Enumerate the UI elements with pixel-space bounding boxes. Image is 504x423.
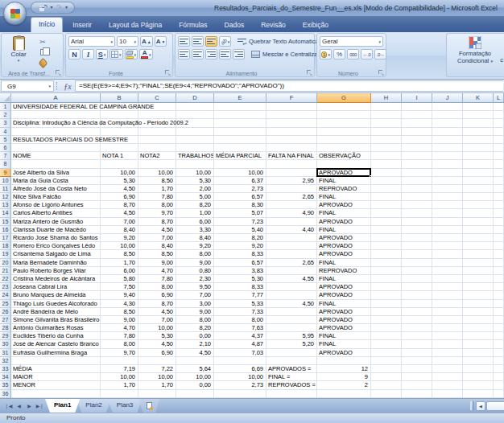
cell-A29[interactable]: Euclides Tibério da Cunha bbox=[11, 332, 101, 340]
cell-K18[interactable] bbox=[463, 242, 494, 250]
cell-D12[interactable]: 5,00 bbox=[176, 193, 214, 201]
cell-L22[interactable] bbox=[494, 275, 504, 283]
cell-A20[interactable]: Maria Bernadete Daminhão bbox=[11, 259, 101, 267]
cell-H6[interactable] bbox=[371, 144, 402, 152]
accounting-dropdown-icon[interactable]: ▾ bbox=[328, 52, 330, 57]
cell-D21[interactable]: 0,80 bbox=[176, 267, 214, 275]
cell-G5[interactable] bbox=[317, 136, 371, 144]
cell-B17[interactable]: 9,20 bbox=[101, 234, 138, 242]
cell-A26[interactable]: André Bandeira de Melo bbox=[11, 308, 101, 316]
row-header-9[interactable]: 9 bbox=[0, 169, 11, 177]
cell-B30[interactable]: 8,00 bbox=[101, 340, 138, 348]
cell-E26[interactable]: 7,33 bbox=[214, 308, 266, 316]
cell-B35[interactable]: 1,70 bbox=[101, 381, 138, 389]
cell-H8[interactable] bbox=[371, 160, 402, 168]
cell-C10[interactable]: 8,50 bbox=[138, 177, 176, 185]
first-sheet-icon[interactable]: ❘◀ bbox=[4, 403, 13, 409]
cell-F34[interactable]: FINAL = bbox=[266, 373, 317, 381]
cell-F26[interactable] bbox=[266, 308, 317, 316]
cell-F7[interactable]: FALTA NA FINAL bbox=[266, 152, 317, 160]
cell-G33[interactable]: 12 bbox=[317, 365, 371, 373]
cell-D15[interactable]: 6,00 bbox=[176, 218, 214, 226]
cell-F19[interactable] bbox=[266, 250, 317, 258]
number-dialog-launcher-icon[interactable] bbox=[378, 69, 384, 76]
cell-E29[interactable]: 4,37 bbox=[214, 332, 266, 340]
cell-K13[interactable] bbox=[463, 201, 494, 209]
cell-G32[interactable] bbox=[317, 357, 371, 365]
cell-A3[interactable]: Disciplina: Introdução à Ciência da Comp… bbox=[11, 119, 101, 127]
row-header-12[interactable]: 12 bbox=[0, 193, 11, 201]
cell-J2[interactable] bbox=[432, 111, 463, 119]
cell-D29[interactable]: 0,00 bbox=[176, 332, 214, 340]
cell-H28[interactable] bbox=[371, 324, 402, 332]
formula-input[interactable]: =SE(E(E9>=4;E9<7);"FINAL";SE(E9<4;"REPRO… bbox=[75, 80, 503, 92]
row-header-18[interactable]: 18 bbox=[0, 242, 11, 250]
cell-J31[interactable] bbox=[432, 349, 463, 357]
cell-K29[interactable] bbox=[463, 332, 494, 340]
row-header-19[interactable]: 19 bbox=[0, 250, 11, 258]
cell-G1[interactable] bbox=[317, 103, 371, 111]
row-header-22[interactable]: 22 bbox=[0, 275, 11, 283]
cell-L33[interactable] bbox=[494, 365, 504, 373]
cell-C5[interactable] bbox=[138, 136, 176, 144]
align-center-button[interactable] bbox=[192, 49, 204, 60]
row-header-20[interactable]: 20 bbox=[0, 259, 11, 267]
cell-H34[interactable] bbox=[371, 373, 402, 381]
cell-C17[interactable]: 7,00 bbox=[138, 234, 176, 242]
cell-C23[interactable]: 8,00 bbox=[138, 283, 176, 291]
cell-C32[interactable] bbox=[138, 357, 176, 365]
cell-B36[interactable] bbox=[101, 390, 138, 398]
cell-H23[interactable] bbox=[371, 283, 402, 291]
cell-J33[interactable] bbox=[432, 365, 463, 373]
cell-D33[interactable]: 5,64 bbox=[176, 365, 214, 373]
cell-K24[interactable] bbox=[463, 291, 494, 299]
cell-B22[interactable]: 5,80 bbox=[101, 275, 138, 283]
cell-I19[interactable] bbox=[402, 250, 432, 258]
borders-dropdown-icon[interactable]: ▾ bbox=[119, 52, 122, 57]
cell-K7[interactable] bbox=[463, 152, 494, 160]
row-header-36[interactable]: 36 bbox=[0, 390, 11, 398]
copy-button[interactable] bbox=[36, 47, 49, 57]
cell-G23[interactable]: APROVADO bbox=[317, 283, 371, 291]
cell-D35[interactable]: 0,00 bbox=[176, 381, 214, 389]
cell-K14[interactable] bbox=[463, 209, 494, 217]
cell-K26[interactable] bbox=[463, 308, 494, 316]
cell-E5[interactable] bbox=[214, 136, 266, 144]
cell-A19[interactable]: Crisantema Salgado de Lima bbox=[11, 250, 101, 258]
cell-E23[interactable]: 8,33 bbox=[214, 283, 266, 291]
format-painter-button[interactable] bbox=[36, 58, 49, 68]
name-box-dropdown-icon[interactable]: ▾ bbox=[48, 84, 51, 88]
cell-K19[interactable] bbox=[463, 250, 494, 258]
cell-H5[interactable] bbox=[371, 136, 402, 144]
cell-F10[interactable]: 2,95 bbox=[266, 177, 317, 185]
row-header-35[interactable]: 35 bbox=[0, 381, 11, 389]
cell-L9[interactable] bbox=[494, 169, 504, 177]
cell-K4[interactable] bbox=[463, 128, 494, 136]
cell-A15[interactable]: Mariza Antero de Gusmão bbox=[11, 218, 101, 226]
cell-H29[interactable] bbox=[371, 332, 402, 340]
row-header-1[interactable]: 1 bbox=[0, 103, 11, 111]
underline-button[interactable]: S▾ bbox=[96, 49, 108, 60]
cell-B15[interactable]: 7,00 bbox=[101, 218, 138, 226]
cell-F4[interactable] bbox=[266, 128, 317, 136]
ribbon-tab-revisão[interactable]: Revisão bbox=[254, 18, 293, 32]
cell-A14[interactable]: Carlos Alberto Antibes bbox=[11, 209, 101, 217]
column-header-H[interactable]: H bbox=[371, 93, 402, 103]
tab-split-handle[interactable] bbox=[470, 401, 474, 410]
cell-K34[interactable] bbox=[463, 373, 494, 381]
cell-A11[interactable]: Alfredo José da Costa Neto bbox=[11, 185, 101, 193]
cell-A33[interactable]: MÉDIA bbox=[11, 365, 101, 373]
cell-H3[interactable] bbox=[371, 119, 402, 127]
cell-J18[interactable] bbox=[432, 242, 463, 250]
cell-E9[interactable]: 10,00 bbox=[214, 169, 266, 177]
cell-J8[interactable] bbox=[432, 160, 463, 168]
cell-I28[interactable] bbox=[402, 324, 432, 332]
ribbon-tab-dados[interactable]: Dados bbox=[217, 18, 252, 32]
cell-F15[interactable] bbox=[266, 218, 317, 226]
cell-J25[interactable] bbox=[432, 300, 463, 308]
cell-G27[interactable]: APROVADO bbox=[317, 316, 371, 324]
cell-K6[interactable] bbox=[463, 144, 494, 152]
customize-qat-icon[interactable]: ▾ bbox=[65, 2, 68, 13]
cell-E10[interactable]: 6,37 bbox=[214, 177, 266, 185]
cell-D13[interactable]: 8,20 bbox=[176, 201, 214, 209]
